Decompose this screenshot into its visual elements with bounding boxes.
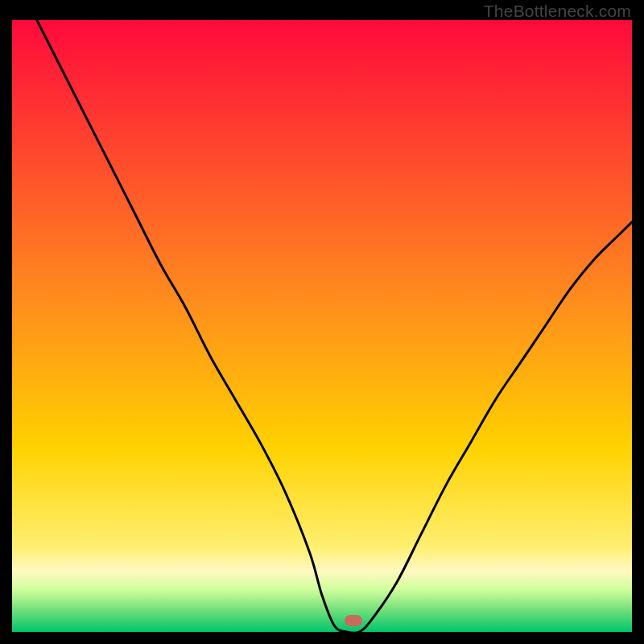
gradient-background — [12, 20, 632, 632]
optimal-point-marker — [345, 615, 362, 626]
watermark-text: TheBottleneck.com — [484, 2, 631, 21]
chart-frame: TheBottleneck.com — [0, 0, 644, 644]
bottleneck-chart — [12, 20, 632, 632]
